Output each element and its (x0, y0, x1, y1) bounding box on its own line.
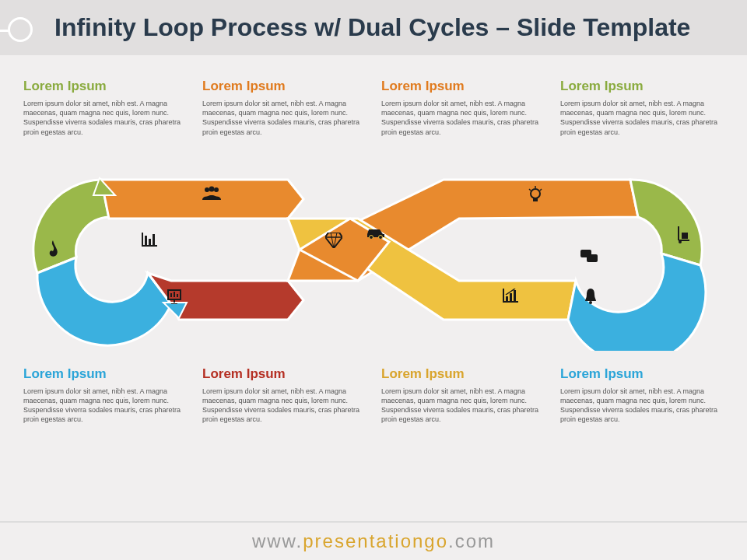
body: Lorem ipsum dolor sit amet, nibh est. A … (23, 387, 187, 425)
svg-rect-29 (510, 293, 512, 301)
footer-prefix: www. (252, 530, 303, 551)
svg-rect-26 (503, 289, 504, 303)
svg-rect-6 (153, 234, 155, 245)
rising-chart-icon (503, 289, 524, 310)
svg-point-20 (379, 235, 383, 239)
hand-truck-icon (677, 226, 699, 248)
svg-rect-30 (514, 290, 516, 301)
svg-rect-28 (506, 296, 508, 301)
body: Lorem ipsum dolor sit amet, nibh est. A … (381, 387, 545, 425)
body: Lorem ipsum dolor sit amet, nibh est. A … (202, 387, 366, 425)
svg-point-14 (214, 187, 219, 192)
heading: Lorem Ipsum (381, 366, 545, 382)
footer-url: www.presentationgo.com (252, 530, 495, 551)
svg-rect-36 (682, 233, 688, 239)
footer: www.presentationgo.com (0, 521, 747, 560)
svg-rect-27 (503, 301, 518, 303)
svg-point-33 (589, 301, 592, 304)
body: Lorem ipsum dolor sit amet, nibh est. A … (381, 99, 545, 137)
slide-title: Infinity Loop Process w/ Dual Cycles – S… (54, 14, 731, 41)
body: Lorem ipsum dolor sit amet, nibh est. A … (560, 387, 724, 425)
text-block-bottom-4: Lorem Ipsum Lorem ipsum dolor sit amet, … (560, 366, 724, 425)
heading: Lorem Ipsum (23, 366, 187, 382)
header-ornament-icon (8, 17, 33, 42)
svg-rect-5 (149, 239, 151, 245)
bottom-text-row: Lorem Ipsum Lorem ipsum dolor sit amet, … (23, 366, 724, 425)
text-block-top-1: Lorem Ipsum Lorem ipsum dolor sit amet, … (23, 79, 187, 137)
content-area: Lorem Ipsum Lorem ipsum dolor sit amet, … (0, 55, 747, 424)
svg-rect-4 (145, 236, 147, 245)
body: Lorem ipsum dolor sit amet, nibh est. A … (202, 99, 366, 137)
bar-chart-icon (142, 233, 163, 254)
body: Lorem ipsum dolor sit amet, nibh est. A … (560, 99, 724, 137)
footer-highlight: presentationgo (303, 530, 448, 551)
text-block-bottom-3: Lorem Ipsum Lorem ipsum dolor sit amet, … (381, 366, 545, 425)
svg-point-19 (370, 235, 374, 239)
text-block-top-4: Lorem Ipsum Lorem ipsum dolor sit amet, … (560, 79, 724, 137)
svg-point-21 (531, 189, 540, 198)
top-text-row: Lorem Ipsum Lorem ipsum dolor sit amet, … (23, 79, 724, 137)
body: Lorem ipsum dolor sit amet, nibh est. A … (23, 99, 187, 137)
text-block-bottom-2: Lorem Ipsum Lorem ipsum dolor sit amet, … (202, 366, 366, 425)
svg-point-37 (679, 240, 682, 243)
svg-line-24 (529, 189, 531, 191)
lightbulb-icon (528, 186, 549, 208)
text-block-top-2: Lorem Ipsum Lorem ipsum dolor sit amet, … (202, 79, 366, 137)
bell-icon (584, 289, 605, 310)
presentation-icon (167, 289, 188, 310)
flame-icon (45, 240, 67, 262)
heading: Lorem Ipsum (202, 366, 366, 382)
svg-rect-12 (177, 294, 178, 297)
footer-suffix: .com (448, 530, 495, 551)
svg-point-15 (209, 186, 215, 191)
people-icon (202, 186, 224, 208)
svg-rect-10 (170, 293, 172, 297)
text-block-bottom-1: Lorem Ipsum Lorem ipsum dolor sit amet, … (23, 366, 187, 425)
heading: Lorem Ipsum (560, 366, 724, 382)
text-block-top-3: Lorem Ipsum Lorem ipsum dolor sit amet, … (381, 79, 545, 137)
loop-svg (23, 149, 724, 351)
diamond-icon (325, 233, 347, 254)
svg-point-13 (205, 187, 209, 192)
heading: Lorem Ipsum (560, 79, 724, 94)
heading: Lorem Ipsum (202, 79, 366, 94)
svg-rect-3 (142, 245, 157, 247)
svg-rect-2 (142, 233, 143, 247)
svg-rect-32 (587, 254, 598, 262)
infinity-loop-diagram (23, 149, 724, 351)
heading: Lorem Ipsum (381, 79, 545, 94)
header: Infinity Loop Process w/ Dual Cycles – S… (0, 0, 747, 55)
heading: Lorem Ipsum (23, 79, 187, 94)
chat-icon (580, 250, 602, 271)
svg-line-25 (540, 189, 542, 191)
car-icon (366, 226, 388, 248)
svg-rect-11 (174, 292, 175, 297)
svg-rect-22 (533, 198, 538, 201)
